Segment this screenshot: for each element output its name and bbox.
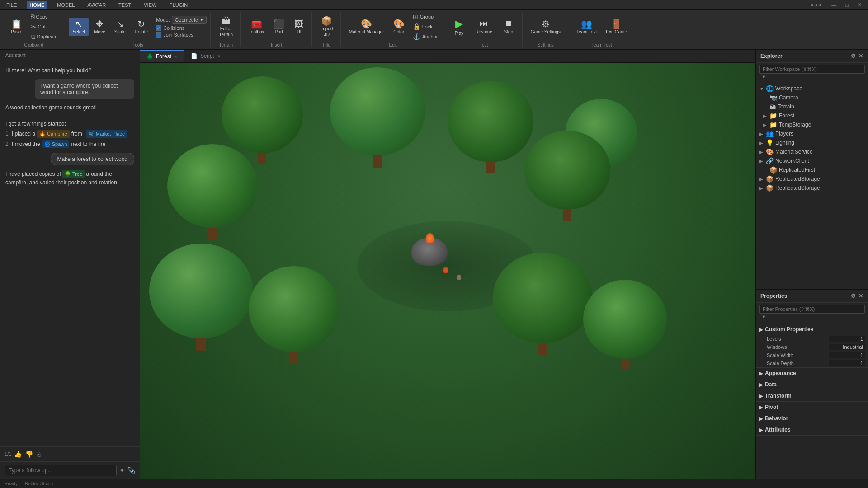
appearance-header[interactable]: ▶ Appearance: [756, 368, 868, 379]
ui-button[interactable]: 🖼 UI: [290, 18, 308, 36]
explorer-players[interactable]: ▶ 👥 Players: [756, 129, 868, 138]
editor-terrain-button[interactable]: 🏔 Editor Terrain: [215, 14, 236, 39]
properties-filter-dropdown-icon[interactable]: ▼: [761, 314, 766, 319]
scene-canvas[interactable]: [140, 63, 755, 479]
copy-button[interactable]: ⎘ Copy: [28, 12, 61, 21]
thumbs-down-button[interactable]: 👎: [25, 450, 33, 458]
part-button[interactable]: ⬛ Part: [269, 18, 288, 36]
tree-tag[interactable]: 🌳 Tree: [62, 170, 85, 178]
bot-list-item-1: 1. I placed a 🔥 Campfire from 🛒 Market P…: [5, 130, 134, 138]
behavior-section: ▶ Behavior: [756, 413, 868, 424]
marketplace-tag[interactable]: 🛒 Market Place: [86, 130, 127, 138]
menu-test[interactable]: TEST: [116, 1, 134, 9]
terrain-label: Terrain: [219, 42, 233, 47]
scene-background: [140, 63, 755, 479]
duplicate-button[interactable]: ⧉ Duplicate: [28, 32, 61, 42]
properties-filter-input[interactable]: [760, 305, 865, 314]
lock-button[interactable]: 🔒 Lock: [410, 22, 441, 31]
behavior-label: Behavior: [765, 415, 788, 422]
window-close[interactable]: ✕: [855, 1, 864, 9]
prop-scaledepth-value[interactable]: 1: [829, 360, 865, 366]
resume-button[interactable]: ⏭ Resume: [471, 17, 496, 36]
group-button[interactable]: ⊞ Group: [410, 12, 441, 21]
camera-icon: 📷: [769, 94, 777, 101]
explorer-replicatedstorage-2[interactable]: ▶ 📦 ReplicatedStorage: [756, 183, 868, 192]
insert-row: 🧰 Toolbox ⬛ Part 🖼 UI: [245, 12, 308, 42]
stop-button[interactable]: ⏹ Stop: [499, 17, 519, 36]
thumbs-up-button[interactable]: 👍: [14, 450, 22, 458]
chat-input[interactable]: [5, 465, 117, 476]
explorer-forest[interactable]: ▶ 📁 Forest: [756, 111, 868, 120]
move-button[interactable]: ✥ Move: [90, 18, 108, 36]
menu-avatar[interactable]: AVATAR: [85, 1, 108, 9]
campfire-tag[interactable]: 🔥 Campfire: [37, 130, 70, 138]
attributes-header[interactable]: ▶ Attributes: [756, 424, 868, 435]
menu-file[interactable]: FILE: [4, 1, 19, 9]
forest-tab[interactable]: 🌲 Forest ✕: [140, 50, 184, 62]
exit-game-button[interactable]: 🚪 Exit Game: [602, 18, 631, 36]
pivot-header[interactable]: ▶ Pivot: [756, 402, 868, 413]
properties-content: ▶ Custom Properties Levels 1 Windows Ind…: [756, 322, 868, 479]
color-button[interactable]: 🎨 Color: [390, 18, 408, 36]
campfire-flame: [426, 233, 434, 243]
rotate-button[interactable]: ↻ Rotate: [131, 18, 151, 36]
explorer-terrain[interactable]: 🏔 Terrain: [756, 102, 868, 111]
window-minimize[interactable]: —: [829, 1, 839, 9]
explorer-camera[interactable]: 📷 Camera: [756, 93, 868, 102]
properties-filter-row: ▼: [756, 303, 868, 322]
explorer-tempstorage[interactable]: ▶ 📁 TempStorage: [756, 120, 868, 129]
test-group: ▶ Play ⏭ Resume ⏹ Stop Test: [445, 12, 522, 47]
toolbox-button[interactable]: 🧰 Toolbox: [245, 18, 268, 36]
menu-home[interactable]: HOME: [27, 1, 47, 9]
explorer-materialservice[interactable]: ▶ 🎨 MaterialService: [756, 147, 868, 156]
data-header[interactable]: ▶ Data: [756, 379, 868, 390]
attach-button[interactable]: 📎: [127, 467, 135, 474]
behavior-header[interactable]: ▶ Behavior: [756, 413, 868, 424]
explorer-replicatedfirst[interactable]: 📦 ReplicatedFirst: [756, 165, 868, 174]
select-button[interactable]: ↖ Select: [69, 18, 89, 36]
mode-select[interactable]: Geometric ▼: [172, 16, 207, 24]
explorer-replicatedstorage-1[interactable]: ▶ 📦 ReplicatedStorage: [756, 174, 868, 183]
custom-properties-header[interactable]: ▶ Custom Properties: [756, 324, 868, 335]
prop-windows-value[interactable]: Industrial: [829, 344, 865, 350]
script-tab-close[interactable]: ✕: [217, 54, 221, 59]
prop-levels-value[interactable]: 1: [829, 336, 865, 342]
explorer-settings-icon[interactable]: ⚙: [850, 52, 857, 60]
explorer-workspace[interactable]: ▼ 🌐 Workspace: [756, 84, 868, 93]
menu-view[interactable]: VIEW: [141, 1, 159, 9]
explorer-filter-row: ▼: [756, 63, 868, 82]
play-button[interactable]: ▶ Play: [449, 16, 469, 38]
forest-suggestion[interactable]: Make a forest to collect wood: [51, 153, 134, 165]
copy-message-button[interactable]: ⎘: [37, 450, 40, 458]
game-settings-button[interactable]: ⚙ Game Settings: [527, 18, 564, 36]
filter-dropdown-icon[interactable]: ▼: [761, 74, 766, 80]
test-label: Test: [480, 42, 488, 47]
window-maximize[interactable]: □: [843, 1, 851, 9]
paste-button[interactable]: 📋 Paste: [7, 18, 26, 36]
transform-header[interactable]: ▶ Transform: [756, 390, 868, 401]
scale-button[interactable]: ⤡ Scale: [111, 18, 129, 36]
join-surfaces-checkbox[interactable]: Join Surfaces: [156, 32, 207, 38]
forest-tab-close[interactable]: ✕: [174, 54, 178, 59]
anchor-button[interactable]: ⚓ Anchor: [410, 32, 441, 41]
explorer-filter-input[interactable]: [760, 65, 865, 74]
behavior-arrow: ▶: [760, 416, 763, 421]
cut-button[interactable]: ✂ Cut: [28, 22, 61, 31]
explorer-lighting[interactable]: ▶ 💡 Lighting: [756, 138, 868, 147]
team-test-button[interactable]: 👥 Team Test: [573, 18, 600, 36]
properties-close-icon[interactable]: ✕: [858, 292, 864, 300]
collisions-checkbox[interactable]: Collisions: [156, 25, 207, 31]
forest-tab-label: Forest: [156, 53, 171, 60]
menu-model[interactable]: MODEL: [54, 1, 77, 9]
material-manager-button[interactable]: 🎨 Material Manager: [345, 18, 388, 36]
explorer-networkclient[interactable]: ▶ 🔗 NetworkClient: [756, 156, 868, 165]
menu-plugin[interactable]: PLUGIN: [166, 1, 190, 9]
explorer-close-icon[interactable]: ✕: [858, 52, 864, 60]
voice-input-button[interactable]: ✦: [119, 467, 125, 474]
prop-scalewidth-value[interactable]: 1: [829, 352, 865, 358]
script-tab[interactable]: 📄 Script ✕: [184, 50, 227, 62]
materialservice-arrow: ▶: [760, 150, 764, 155]
properties-settings-icon[interactable]: ⚙: [850, 292, 857, 300]
import-3d-button[interactable]: 📦 Import 3D: [316, 14, 336, 39]
spawn-tag[interactable]: 🌀 Spawn: [42, 140, 70, 149]
